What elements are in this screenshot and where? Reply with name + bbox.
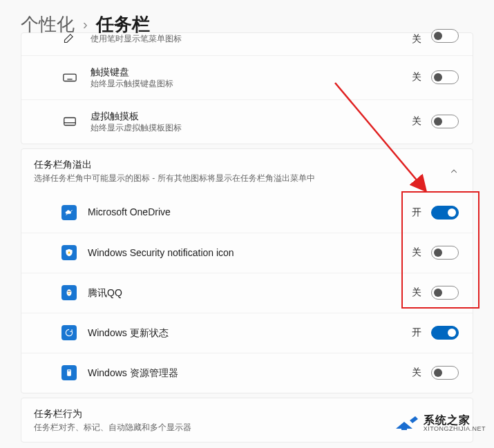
- overflow-panel: 任务栏角溢出 选择任务栏角中可能显示的图标 - 所有其他图标将显示在任务栏角溢出…: [21, 148, 473, 393]
- svg-rect-6: [64, 118, 76, 126]
- onedrive-toggle[interactable]: [431, 206, 459, 220]
- row-explorer[interactable]: Windows 资源管理器 关: [21, 353, 473, 393]
- row-pen-menu[interactable]: 使用笔时显示笔菜单图标 关: [21, 33, 473, 55]
- overflow-title: 任务栏角溢出: [34, 159, 449, 171]
- pen-state: 关: [412, 33, 421, 46]
- virtual-touchpad-desc: 始终显示虚拟触摸板图标: [91, 123, 412, 134]
- update-state: 开: [412, 327, 421, 339]
- chevron-right-icon: ›: [83, 17, 88, 32]
- row-update[interactable]: Windows 更新状态 开: [21, 313, 473, 353]
- keyboard-icon: [61, 69, 78, 86]
- update-toggle[interactable]: [431, 326, 459, 340]
- chevron-up-icon: [449, 166, 459, 176]
- touch-keyboard-state: 关: [412, 71, 421, 84]
- pen-icon: [61, 29, 78, 46]
- pen-desc: 使用笔时显示笔菜单图标: [91, 34, 412, 45]
- svg-point-9: [67, 289, 72, 295]
- row-qq[interactable]: 腾讯QQ 关: [21, 273, 473, 313]
- svg-rect-16: [401, 425, 407, 430]
- touchpad-icon: [61, 113, 78, 130]
- update-icon: [61, 325, 77, 340]
- qq-label: 腾讯QQ: [88, 286, 412, 299]
- update-label: Windows 更新状态: [88, 327, 412, 339]
- watermark-text-cn: 系统之家: [424, 415, 486, 426]
- security-toggle[interactable]: [431, 246, 459, 260]
- corner-icons-panel: 使用笔时显示笔菜单图标 关 触摸键盘 始终显示触摸键盘图标 关 虚拟触摸板 始终…: [21, 32, 473, 144]
- pen-toggle[interactable]: [431, 29, 459, 43]
- watermark-text-en: XITONGZHIJIA.NET: [424, 426, 486, 432]
- virtual-touchpad-toggle[interactable]: [431, 115, 459, 128]
- svg-point-12: [68, 293, 70, 294]
- touch-keyboard-title: 触摸键盘: [91, 66, 412, 78]
- row-security[interactable]: Windows Security notification icon 关: [21, 233, 473, 273]
- onedrive-icon: [61, 205, 77, 220]
- svg-rect-0: [64, 75, 76, 81]
- watermark-logo-icon: [395, 413, 419, 433]
- svg-point-11: [69, 291, 70, 292]
- row-touch-keyboard[interactable]: 触摸键盘 始终显示触摸键盘图标 关: [21, 55, 473, 99]
- qq-toggle[interactable]: [431, 286, 459, 300]
- security-label: Windows Security notification icon: [88, 246, 412, 259]
- virtual-touchpad-state: 关: [412, 115, 421, 128]
- svg-point-10: [68, 291, 68, 292]
- touch-keyboard-toggle[interactable]: [431, 70, 459, 84]
- security-state: 关: [412, 246, 421, 259]
- explorer-icon: [61, 365, 77, 380]
- qq-state: 关: [412, 286, 421, 299]
- row-virtual-touchpad[interactable]: 虚拟触摸板 始终显示虚拟触摸板图标 关: [21, 99, 473, 144]
- virtual-touchpad-title: 虚拟触摸板: [91, 110, 412, 122]
- svg-rect-14: [68, 371, 70, 371]
- security-icon: [61, 245, 77, 260]
- onedrive-label: Microsoft OneDrive: [88, 206, 412, 218]
- overflow-desc: 选择任务栏角中可能显示的图标 - 所有其他图标将显示在任务栏角溢出菜单中: [34, 173, 449, 184]
- watermark: 系统之家 XITONGZHIJIA.NET: [395, 413, 486, 433]
- explorer-toggle[interactable]: [431, 366, 459, 380]
- row-onedrive[interactable]: Microsoft OneDrive 开: [21, 193, 473, 233]
- explorer-state: 关: [412, 367, 421, 379]
- qq-icon: [61, 285, 77, 300]
- onedrive-state: 开: [412, 206, 421, 219]
- explorer-label: Windows 资源管理器: [88, 367, 412, 379]
- overflow-header[interactable]: 任务栏角溢出 选择任务栏角中可能显示的图标 - 所有其他图标将显示在任务栏角溢出…: [21, 149, 473, 193]
- touch-keyboard-desc: 始终显示触摸键盘图标: [91, 79, 412, 90]
